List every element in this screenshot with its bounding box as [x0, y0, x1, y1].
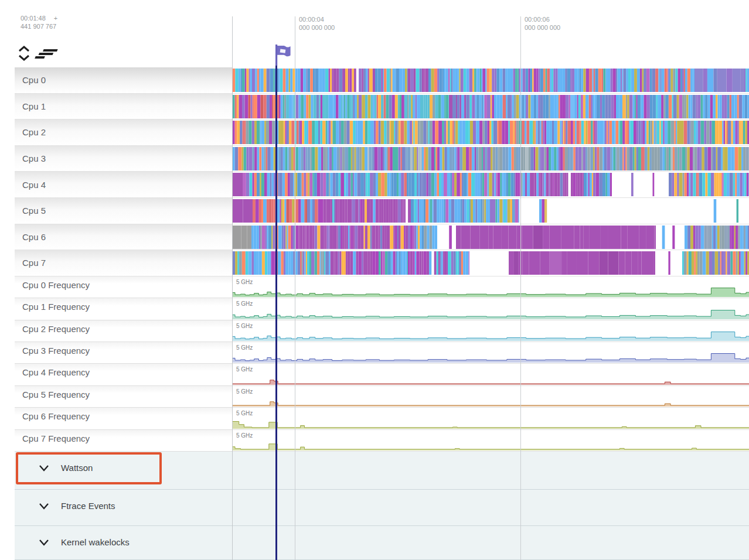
freq-track-label: Cpu 4 Frequency: [22, 367, 90, 377]
group-label: Ftrace Events: [61, 501, 115, 511]
freq-track-row[interactable]: Cpu 6 Frequency5 GHz: [15, 408, 749, 429]
chevron-down-icon[interactable]: [39, 539, 49, 546]
freq-track-label: Cpu 5 Frequency: [22, 390, 90, 399]
freq-area-chart[interactable]: [232, 386, 749, 407]
cpu-track-row[interactable]: Cpu 4: [15, 172, 749, 198]
freq-track-shell[interactable]: Cpu 0 Frequency: [15, 276, 232, 298]
cpu-track-row[interactable]: Cpu 3: [15, 146, 749, 172]
cpu-track-shell[interactable]: Cpu 6: [15, 224, 232, 250]
cpu-sched-slices[interactable]: [232, 199, 749, 223]
cpu-sched-slices[interactable]: [232, 226, 749, 249]
flag-marker-icon[interactable]: [272, 43, 293, 69]
cpu-track-shell[interactable]: Cpu 2: [15, 119, 232, 145]
freq-track-row[interactable]: Cpu 7 Frequency5 GHz: [15, 430, 749, 452]
freq-track-row[interactable]: Cpu 1 Frequency5 GHz: [15, 298, 749, 320]
cpu-sched-slices[interactable]: [232, 147, 749, 170]
cpu-track-label: Cpu 5: [22, 206, 46, 216]
cpu-track-shell[interactable]: Cpu 3: [15, 146, 232, 172]
freq-area-chart[interactable]: [232, 299, 749, 320]
freq-area-chart[interactable]: [232, 320, 749, 342]
freq-track-row[interactable]: Cpu 0 Frequency5 GHz: [15, 276, 749, 298]
freq-area-chart[interactable]: [232, 364, 749, 385]
unfold-tracks-button[interactable]: [18, 46, 30, 61]
freq-area-chart[interactable]: [232, 430, 749, 451]
group-label: Kernel wakelocks: [61, 537, 130, 547]
freq-axis-label: 5 GHz: [236, 366, 253, 373]
freq-track-shell[interactable]: Cpu 4 Frequency: [15, 364, 232, 385]
sort-tracks-button[interactable]: [34, 49, 58, 60]
group-row-wattson[interactable]: Wattson: [15, 452, 749, 490]
ruler-tick-label: 00:00:06000 000 000: [525, 15, 560, 32]
unfold-more-icon: [18, 46, 30, 61]
cpu-track-label: Cpu 3: [22, 153, 46, 163]
ruler-gridline-6s: [520, 16, 521, 560]
freq-track-shell[interactable]: Cpu 1 Frequency: [15, 298, 232, 319]
freq-axis-label: 5 GHz: [236, 388, 253, 395]
cpu-track-shell[interactable]: Cpu 0: [15, 67, 232, 93]
cpu-sched-slices[interactable]: [232, 95, 749, 118]
cpu-track-row[interactable]: Cpu 2: [15, 119, 749, 146]
group-label: Wattson: [61, 463, 93, 473]
group-row-ftrace-events[interactable]: Ftrace Events: [15, 490, 749, 526]
freq-axis-label: 5 GHz: [236, 410, 253, 416]
cpu-track-row[interactable]: Cpu 5: [15, 198, 749, 224]
freq-axis-label: 5 GHz: [236, 279, 253, 285]
cpu-track-shell[interactable]: Cpu 5: [15, 198, 232, 224]
freq-track-label: Cpu 6 Frequency: [22, 411, 90, 421]
freq-area-chart[interactable]: [232, 408, 749, 429]
freq-axis-label: 5 GHz: [236, 301, 253, 307]
freq-track-row[interactable]: Cpu 4 Frequency5 GHz: [15, 364, 749, 385]
panel-border-line: [232, 16, 233, 560]
cpu-track-row[interactable]: Cpu 6: [15, 224, 749, 251]
freq-track-shell[interactable]: Cpu 7 Frequency: [15, 430, 232, 451]
viewport-time-line2: 441 907 767: [21, 22, 57, 30]
freq-track-label: Cpu 0 Frequency: [22, 280, 90, 290]
freq-track-row[interactable]: Cpu 2 Frequency5 GHz: [15, 320, 749, 342]
freq-track-label: Cpu 1 Frequency: [22, 302, 90, 312]
freq-area-chart[interactable]: [232, 276, 749, 298]
freq-track-row[interactable]: Cpu 5 Frequency5 GHz: [15, 386, 749, 408]
freq-track-label: Cpu 2 Frequency: [22, 324, 90, 334]
cpu-track-shell[interactable]: Cpu 7: [15, 250, 232, 276]
freq-track-shell[interactable]: Cpu 3 Frequency: [15, 342, 232, 363]
timescale-plus: +: [54, 15, 57, 22]
freq-track-row[interactable]: Cpu 3 Frequency5 GHz: [15, 342, 749, 364]
cpu-track-label: Cpu 1: [22, 101, 46, 111]
cpu-sched-slices[interactable]: [232, 251, 749, 275]
group-header[interactable]: Wattson: [15, 452, 749, 484]
cpu-track-label: Cpu 6: [22, 232, 46, 242]
freq-track-shell[interactable]: Cpu 2 Frequency: [15, 320, 232, 342]
cpu-track-row[interactable]: Cpu 1: [15, 94, 749, 120]
cpu-track-row[interactable]: Cpu 0: [15, 67, 749, 94]
ruler-gridline-4s: [295, 16, 295, 560]
group-header[interactable]: Ftrace Events: [15, 490, 749, 522]
ruler-tick-label: 00:00:04000 000 000: [299, 15, 335, 32]
trace-viewer: 00:01:48+ 441 907 767 00:00:04000 000 00…: [0, 0, 749, 560]
freq-track-label: Cpu 3 Frequency: [22, 346, 90, 356]
freq-area-chart[interactable]: [232, 342, 749, 363]
cpu-track-label: Cpu 2: [22, 127, 46, 137]
chevron-down-icon[interactable]: [39, 465, 49, 472]
freq-axis-label: 5 GHz: [236, 323, 253, 329]
cpu-sched-slices[interactable]: [232, 121, 749, 144]
cpu-track-shell[interactable]: Cpu 4: [15, 172, 232, 197]
cpu-sched-slices[interactable]: [232, 173, 749, 196]
freq-track-shell[interactable]: Cpu 6 Frequency: [15, 408, 232, 429]
cpu-sched-slices[interactable]: [232, 69, 749, 92]
freq-axis-label: 5 GHz: [236, 344, 253, 351]
viewport-timestamp: 00:01:48+ 441 907 767: [21, 14, 57, 30]
cpu-track-label: Cpu 0: [22, 75, 46, 85]
group-header[interactable]: Kernel wakelocks: [15, 526, 749, 558]
freq-track-shell[interactable]: Cpu 5 Frequency: [15, 386, 232, 407]
sort-icon: [35, 49, 58, 59]
chevron-down-icon[interactable]: [39, 503, 49, 510]
cpu-track-shell[interactable]: Cpu 1: [15, 94, 232, 119]
freq-axis-label: 5 GHz: [236, 432, 253, 439]
viewport-time-line1: 00:01:48: [21, 15, 46, 22]
freq-track-label: Cpu 7 Frequency: [22, 433, 90, 443]
cpu-track-label: Cpu 4: [22, 180, 46, 190]
cpu-track-label: Cpu 7: [22, 258, 46, 268]
group-row-kernel-wakelocks[interactable]: Kernel wakelocks: [15, 526, 749, 560]
cpu-track-row[interactable]: Cpu 7: [15, 250, 749, 276]
flag-marker-line[interactable]: [275, 62, 277, 560]
